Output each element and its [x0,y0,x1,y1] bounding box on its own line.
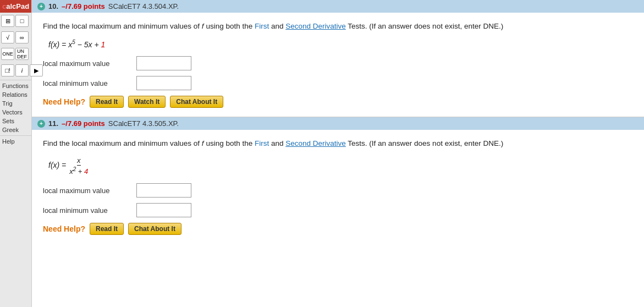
q10-formula: f(x) = x5 − 5x + 1 [48,39,633,49]
q11-numerator: x [77,156,81,166]
q10-status-dot: + [37,3,45,10]
q11-min-row: local minimum value [43,203,633,217]
q11-read-it-button[interactable]: Read It [90,223,124,235]
sidebar-item-functions[interactable]: Functions [0,81,31,90]
one-icon[interactable]: ONE [1,48,14,60]
q11-points: –/7.69 points [62,119,105,128]
imag-icon[interactable]: i [15,64,29,76]
question-10-header: + 10. –/7.69 points SCalcET7 4.3.504.XP. [32,0,644,13]
q10-chat-button[interactable]: Chat About It [170,96,223,108]
sidebar-item-relations[interactable]: Relations [0,90,31,99]
q11-second-link[interactable]: Second Derivative [285,139,346,147]
q10-second-link[interactable]: Second Derivative [285,22,346,30]
q10-first-link[interactable]: First [255,22,269,30]
q11-need-help-label: Need Help? [43,224,85,233]
q10-max-input[interactable] [136,56,191,70]
sidebar-item-help[interactable]: Help [0,137,31,146]
icon-row-1: ⊞ □ [0,13,30,29]
q10-min-row: local minimum value [43,76,633,90]
q11-code: SCalcET7 4.3.505.XP. [108,119,179,128]
q10-min-label: local minimum value [43,79,131,87]
icon-row-2: √ ∞ [0,29,30,46]
sidebar-item-greek[interactable]: Greek [0,125,31,134]
sqrt-icon[interactable]: √ [1,31,14,43]
q10-read-it-button[interactable]: Read It [90,96,124,108]
q11-min-label: local minimum value [43,206,131,215]
q11-number: 11. [48,119,58,128]
sidebar-item-trig[interactable]: Trig [0,99,31,108]
q11-fraction: x x2 + 4 [69,156,88,176]
q11-first-link[interactable]: First [255,139,269,147]
sidebar: calcPad ⊞ □ √ ∞ ONE UNDEF □! i ▶ Functio… [0,0,32,307]
sidebar-divider-2 [0,135,31,136]
matrix-icon[interactable]: ⊞ [1,15,14,27]
q11-max-label: local maximum value [43,187,131,195]
q11-denominator: x2 + 4 [69,166,88,176]
q10-need-help-label: Need Help? [43,97,85,106]
q11-need-help-row: Need Help? Read It Chat About It [43,223,633,235]
sidebar-divider-1 [0,80,31,80]
q10-need-help-row: Need Help? Read It Watch It Chat About I… [43,96,633,108]
sidebar-item-sets[interactable]: Sets [0,117,31,125]
question-11-body: Find the local maximum and minimum value… [32,130,644,244]
undef-icon[interactable]: UNDEF [15,48,29,60]
q10-max-row: local maximum value [43,56,633,70]
q11-status-dot: + [37,120,45,128]
question-11-header: + 11. –/7.69 points SCalcET7 4.3.505.XP. [32,117,644,130]
q10-code: SCalcET7 4.3.504.XP. [108,2,179,10]
q11-chat-button[interactable]: Chat About It [128,223,181,235]
q11-formula: f(x) = x x2 + 4 [48,156,633,176]
q10-min-input[interactable] [136,76,191,90]
q10-points: –/7.69 points [62,2,105,10]
infinity-icon[interactable]: ∞ [15,31,29,43]
sidebar-item-vectors[interactable]: Vectors [0,108,31,117]
q10-question-text: Find the local maximum and minimum value… [43,20,633,32]
calcpad-label: calcPad [0,0,31,13]
icon-row-3: ONE UNDEF [0,46,30,62]
question-10-body: Find the local maximum and minimum value… [32,13,644,117]
q10-watch-it-button[interactable]: Watch It [128,96,166,108]
template-icon[interactable]: □ [15,15,29,27]
q11-max-row: local maximum value [43,183,633,198]
q11-question-text: Find the local maximum and minimum value… [43,138,633,150]
q10-number: 10. [48,2,58,10]
q10-max-label: local maximum value [43,59,131,68]
q11-max-input[interactable] [136,183,191,198]
question-11-block: + 11. –/7.69 points SCalcET7 4.3.505.XP.… [32,117,644,244]
question-10-block: + 10. –/7.69 points SCalcET7 4.3.504.XP.… [32,0,644,117]
main-content: + 10. –/7.69 points SCalcET7 4.3.504.XP.… [32,0,644,307]
q11-min-input[interactable] [136,203,191,217]
excl-icon[interactable]: □! [1,64,14,76]
